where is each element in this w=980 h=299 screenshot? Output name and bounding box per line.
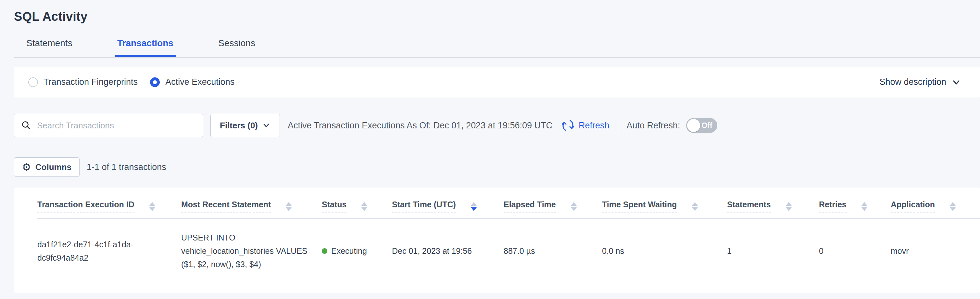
filters-button-label: Filters (0) — [220, 121, 258, 131]
radio-circle-icon[interactable] — [150, 77, 160, 87]
as-of-timestamp: Active Transaction Executions As Of: Dec… — [288, 121, 552, 131]
sort-icon[interactable] — [950, 202, 956, 211]
sort-icon[interactable] — [361, 202, 367, 211]
refresh-icon — [561, 118, 575, 133]
radio-label: Active Executions — [165, 77, 234, 87]
table-header-row: Transaction Execution ID Most Recent Sta… — [37, 187, 980, 219]
radio-circle-icon[interactable] — [28, 77, 38, 87]
cell-elapsed-time: 887.0 µs — [504, 245, 602, 258]
cell-application: movr — [891, 245, 980, 258]
vertical-divider — [618, 115, 618, 136]
column-header-label[interactable]: Application — [891, 200, 935, 213]
view-mode-panel: Transaction Fingerprints Active Executio… — [14, 67, 980, 98]
column-header-label[interactable]: Elapsed Time — [504, 200, 556, 213]
chevron-down-icon — [951, 77, 961, 87]
sql-activity-page: SQL Activity Statements Transactions Ses… — [0, 0, 980, 299]
sort-icon[interactable] — [286, 202, 291, 211]
column-header-start-time[interactable]: Start Time (UTC) — [392, 200, 504, 218]
search-icon — [21, 120, 31, 131]
column-header-label[interactable]: Retries — [819, 200, 846, 213]
cell-retries: 0 — [819, 245, 891, 258]
column-header-status[interactable]: Status — [322, 200, 392, 218]
show-description-label: Show description — [879, 77, 946, 87]
column-header-label[interactable]: Statements — [727, 200, 771, 213]
sort-icon[interactable] — [571, 202, 577, 211]
cell-statements: 1 — [727, 245, 819, 258]
table-row[interactable]: da1f21e2-de71-4c1f-a1da-dc9fc94a84a2 UPS… — [37, 219, 980, 285]
page-title: SQL Activity — [0, 0, 980, 24]
transactions-table: Transaction Execution ID Most Recent Sta… — [14, 187, 980, 293]
cell-start-time: Dec 01, 2023 at 19:56 — [392, 245, 504, 258]
column-header-most-recent-statement[interactable]: Most Recent Statement — [181, 200, 322, 218]
column-header-label[interactable]: Most Recent Statement — [181, 200, 271, 213]
refresh-button[interactable]: Refresh — [561, 118, 609, 133]
columns-button[interactable]: ⚙ Columns — [14, 157, 80, 177]
tabbar: Statements Transactions Sessions — [14, 38, 980, 58]
tab-statements[interactable]: Statements — [24, 38, 75, 57]
column-header-elapsed-time[interactable]: Elapsed Time — [504, 200, 602, 218]
auto-refresh-label: Auto Refresh: — [627, 121, 680, 131]
cell-most-recent-statement[interactable]: UPSERT INTO vehicle_location_histories V… — [181, 231, 308, 271]
search-input[interactable] — [37, 121, 196, 131]
auto-refresh-state: Off — [702, 121, 712, 130]
sort-icon[interactable] — [692, 202, 698, 211]
radio-label: Transaction Fingerprints — [43, 77, 138, 87]
column-header-application[interactable]: Application — [891, 200, 980, 218]
column-header-retries[interactable]: Retries — [819, 200, 891, 218]
tab-transactions[interactable]: Transactions — [115, 38, 176, 57]
cell-time-spent-waiting: 0.0 ns — [602, 245, 727, 258]
column-header-label[interactable]: Transaction Execution ID — [37, 200, 134, 213]
column-header-label[interactable]: Time Spent Waiting — [602, 200, 677, 213]
column-header-transaction-execution-id[interactable]: Transaction Execution ID — [37, 200, 181, 218]
column-header-label[interactable]: Status — [322, 200, 347, 213]
radio-transaction-fingerprints[interactable]: Transaction Fingerprints — [28, 77, 138, 87]
sort-icon-active[interactable] — [471, 202, 477, 211]
search-box[interactable] — [14, 114, 203, 137]
results-count: 1-1 of 1 transactions — [87, 162, 166, 172]
column-header-label[interactable]: Start Time (UTC) — [392, 200, 456, 213]
radio-active-executions[interactable]: Active Executions — [150, 77, 234, 87]
filters-button[interactable]: Filters (0) — [210, 114, 280, 137]
cell-status: Executing — [322, 245, 392, 258]
tab-sessions[interactable]: Sessions — [216, 38, 258, 57]
columns-button-label: Columns — [35, 162, 72, 172]
controls-row: Filters (0) Active Transaction Execution… — [14, 114, 980, 137]
status-text: Executing — [331, 245, 367, 258]
sort-icon[interactable] — [786, 202, 792, 211]
show-description-toggle[interactable]: Show description — [879, 77, 961, 87]
status-executing-dot-icon — [322, 248, 327, 254]
cell-transaction-execution-id[interactable]: da1f21e2-de71-4c1f-a1da-dc9fc94a84a2 — [37, 238, 150, 265]
chevron-down-icon — [262, 121, 270, 130]
refresh-label: Refresh — [579, 121, 609, 131]
auto-refresh-toggle[interactable]: Off — [686, 118, 717, 133]
table-toolbar: ⚙ Columns 1-1 of 1 transactions — [14, 157, 980, 177]
toggle-knob[interactable] — [687, 119, 700, 132]
sort-icon[interactable] — [861, 202, 867, 211]
column-header-statements[interactable]: Statements — [727, 200, 819, 218]
column-header-time-spent-waiting[interactable]: Time Spent Waiting — [602, 200, 727, 218]
sort-icon[interactable] — [150, 202, 155, 211]
gear-icon: ⚙ — [22, 162, 31, 172]
